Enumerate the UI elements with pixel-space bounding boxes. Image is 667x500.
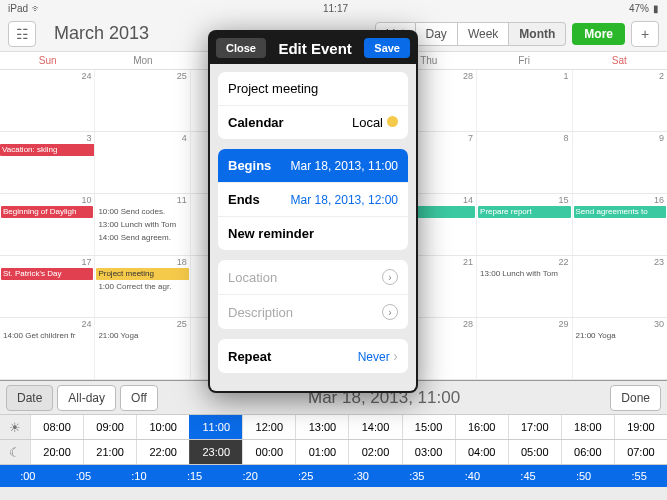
minute-cell[interactable]: :05 (56, 465, 112, 487)
hour-cell[interactable]: 12:00 (242, 415, 295, 439)
day-cell[interactable]: 25 (95, 70, 190, 131)
calendar-event[interactable]: 1:00 Correct the agr. (96, 281, 188, 293)
day-cell[interactable]: 8 (477, 132, 572, 193)
close-button[interactable]: Close (216, 38, 266, 58)
hour-cell[interactable]: 13:00 (295, 415, 348, 439)
calendar-event[interactable]: Beginning of Dayligh (1, 206, 93, 218)
day-cell[interactable]: 29 (477, 318, 572, 379)
minute-cell[interactable]: :20 (222, 465, 278, 487)
hour-cell[interactable]: 16:00 (455, 415, 508, 439)
day-cell[interactable]: 3Vacation: skiing (0, 132, 95, 193)
day-cell[interactable]: 18Project meeting1:00 Correct the agr. (95, 256, 190, 317)
view-day[interactable]: Day (416, 22, 458, 46)
hour-cell[interactable]: 05:00 (508, 440, 561, 464)
done-button[interactable]: Done (610, 385, 661, 411)
hour-cell[interactable]: 02:00 (348, 440, 401, 464)
add-event-button[interactable]: + (631, 21, 659, 47)
calendar-event[interactable]: 14:00 Send agreem. (96, 232, 188, 244)
day-cell[interactable]: 1 (477, 70, 572, 131)
calendar-event[interactable]: Prepare report (478, 206, 570, 218)
hour-cell[interactable]: 03:00 (402, 440, 455, 464)
calendar-field[interactable]: Calendar Local (218, 106, 408, 139)
calendar-event[interactable]: Vacation: skiing (0, 144, 95, 156)
view-month[interactable]: Month (509, 22, 566, 46)
allday-tab[interactable]: All-day (57, 385, 116, 411)
minute-cell[interactable]: :40 (445, 465, 501, 487)
hour-cell[interactable]: 17:00 (508, 415, 561, 439)
description-field[interactable]: Description › (218, 295, 408, 329)
day-cell[interactable]: 16Send agreements to (573, 194, 667, 255)
day-cell[interactable]: 4 (95, 132, 190, 193)
day-number: 7 (468, 133, 473, 143)
day-cell[interactable]: 24 (0, 70, 95, 131)
minute-cell[interactable]: :00 (0, 465, 56, 487)
calendar-event[interactable]: 10:00 Send codes. (96, 206, 188, 218)
day-cell[interactable]: 15Prepare report (477, 194, 572, 255)
hour-cell[interactable]: 20:00 (30, 440, 83, 464)
hour-cell[interactable]: 10:00 (136, 415, 189, 439)
calendar-event[interactable]: 13:00 Lunch with Tom (96, 219, 188, 231)
calendar-event[interactable]: 14:00 Get children fr (1, 330, 93, 342)
day-number: 10 (81, 195, 91, 205)
new-reminder-field[interactable]: New reminder (218, 217, 408, 250)
calendar-event[interactable]: 21:00 Yoga (96, 330, 188, 342)
date-tab[interactable]: Date (6, 385, 53, 411)
day-cell[interactable]: 2 (573, 70, 667, 131)
hour-cell[interactable]: 21:00 (83, 440, 136, 464)
hour-cell[interactable]: 15:00 (402, 415, 455, 439)
calendar-event[interactable]: Project meeting (96, 268, 188, 280)
minute-cell[interactable]: :25 (278, 465, 334, 487)
hour-cell[interactable]: 18:00 (561, 415, 614, 439)
day-number: 3 (86, 133, 91, 143)
calendar-event[interactable]: St. Patrick's Day (1, 268, 93, 280)
day-cell[interactable]: 2213:00 Lunch with Tom (477, 256, 572, 317)
hour-cell[interactable]: 14:00 (348, 415, 401, 439)
month-title[interactable]: March 2013 (54, 23, 149, 44)
hour-cell[interactable]: 11:00 (189, 415, 242, 439)
hour-cell[interactable]: 23:00 (189, 440, 242, 464)
minute-cell[interactable]: :35 (389, 465, 445, 487)
day-cell[interactable]: 3021:00 Yoga (573, 318, 667, 379)
calendar-event[interactable]: 13:00 Lunch with Tom (478, 268, 570, 280)
minute-cell[interactable]: :50 (556, 465, 612, 487)
day-number: 22 (559, 257, 569, 267)
hour-cell[interactable]: 01:00 (295, 440, 348, 464)
hour-cell[interactable]: 19:00 (614, 415, 667, 439)
battery-percent: 47% (629, 3, 649, 14)
hour-cell[interactable]: 07:00 (614, 440, 667, 464)
hour-cell[interactable]: 04:00 (455, 440, 508, 464)
hour-cell[interactable]: 00:00 (242, 440, 295, 464)
calendar-event[interactable]: Send agreements to (574, 206, 666, 218)
minute-cell[interactable]: :30 (333, 465, 389, 487)
calendar-list-icon[interactable]: ☷ (8, 21, 36, 47)
hour-cell[interactable]: 22:00 (136, 440, 189, 464)
hour-cell[interactable]: 09:00 (83, 415, 136, 439)
moon-icon: ☾ (0, 445, 30, 460)
sun-icon: ☀ (0, 420, 30, 435)
minute-cell[interactable]: :45 (500, 465, 556, 487)
save-button[interactable]: Save (364, 38, 410, 58)
day-cell[interactable]: 9 (573, 132, 667, 193)
day-cell[interactable]: 2414:00 Get children fr (0, 318, 95, 379)
day-number: 24 (81, 319, 91, 329)
event-name-field[interactable]: Project meeting (218, 72, 408, 106)
repeat-field[interactable]: Repeat Never › (218, 339, 408, 373)
location-field[interactable]: Location › (218, 260, 408, 295)
hour-cell[interactable]: 08:00 (30, 415, 83, 439)
off-tab[interactable]: Off (120, 385, 158, 411)
day-cell[interactable]: 1110:00 Send codes.13:00 Lunch with Tom1… (95, 194, 190, 255)
minute-cell[interactable]: :15 (167, 465, 223, 487)
day-cell[interactable]: 10Beginning of Dayligh (0, 194, 95, 255)
day-number: 24 (81, 71, 91, 81)
ends-field[interactable]: Ends Mar 18, 2013, 12:00 (218, 183, 408, 217)
day-cell[interactable]: 23 (573, 256, 667, 317)
minute-cell[interactable]: :55 (611, 465, 667, 487)
hour-cell[interactable]: 06:00 (561, 440, 614, 464)
view-week[interactable]: Week (458, 22, 509, 46)
day-cell[interactable]: 2521:00 Yoga (95, 318, 190, 379)
minute-cell[interactable]: :10 (111, 465, 167, 487)
begins-field[interactable]: Begins Mar 18, 2013, 11:00 (218, 149, 408, 183)
more-button[interactable]: More (572, 23, 625, 45)
day-cell[interactable]: 17St. Patrick's Day (0, 256, 95, 317)
calendar-event[interactable]: 21:00 Yoga (574, 330, 666, 342)
